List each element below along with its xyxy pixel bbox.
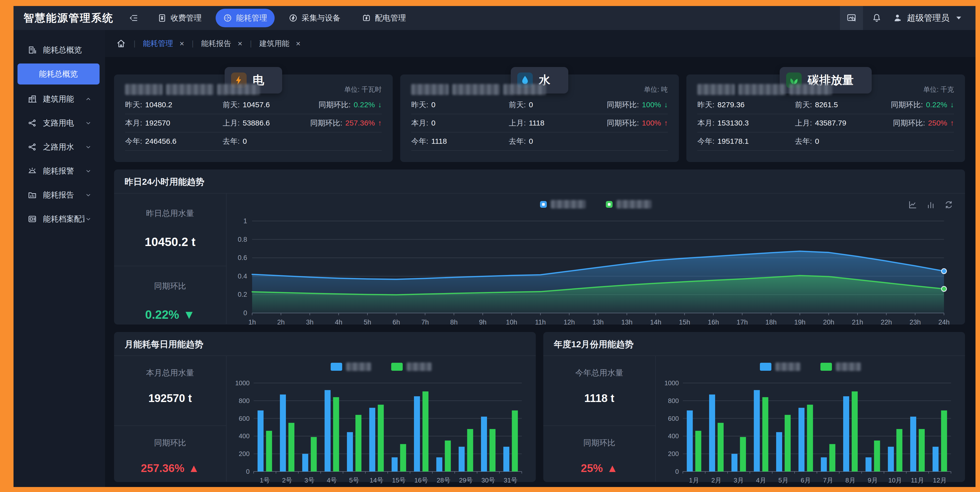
- tab-0[interactable]: 能耗管理×: [143, 38, 185, 49]
- sidebar-item-label: 支路用电: [43, 118, 84, 128]
- top-menu-item-3[interactable]: 配电管理: [355, 9, 414, 27]
- tab-close-icon[interactable]: ×: [238, 40, 242, 48]
- notifications-button[interactable]: [863, 6, 891, 30]
- card-cell-value: 1118: [431, 137, 447, 146]
- redacted-text-block: [452, 84, 500, 95]
- svg-text:7月: 7月: [823, 476, 833, 484]
- building-icon: [27, 94, 37, 104]
- top-menu-item-0[interactable]: 收费管理: [150, 9, 209, 27]
- legend-item-0[interactable]: [540, 200, 586, 208]
- bar-chart-icon[interactable]: [926, 200, 935, 209]
- svg-text:10h: 10h: [506, 319, 517, 326]
- gauge-icon: [223, 14, 232, 22]
- svg-text:1号: 1号: [259, 476, 270, 484]
- top-menu-item-label: 能耗管理: [236, 13, 267, 23]
- daily-stat-column: 本月总用水量 192570 t 同期环比 257.36%▲: [114, 356, 227, 481]
- report-icon: [27, 190, 37, 200]
- trend-arrow-icon: ▲: [607, 462, 618, 475]
- svg-text:13h: 13h: [621, 319, 633, 326]
- card-cell-label: 前天:: [795, 100, 812, 110]
- card-cell-value: 0: [815, 137, 819, 146]
- alarm-icon: [27, 166, 37, 176]
- tab-2[interactable]: 建筑用能×: [259, 38, 301, 49]
- sidebar-item-3[interactable]: 支路用电: [14, 111, 105, 135]
- card-unit-label: 单位: 千瓦时: [344, 85, 382, 94]
- card-cell-value: 43587.79: [815, 119, 846, 127]
- sidebar-item-4[interactable]: 之路用水: [14, 135, 105, 159]
- sidebar-item-label: 能耗报警: [43, 166, 84, 176]
- card-cell: 同期环比:250%↑: [882, 118, 954, 128]
- card-cell: 前天:0: [509, 100, 596, 110]
- app-window: 智慧能源管理系统 收费管理能耗管理采集与设备配电管理 超级管理员 能耗总概览能耗: [14, 6, 975, 487]
- sidebar-item-7[interactable]: 能耗档案配置: [14, 207, 105, 231]
- svg-text:28号: 28号: [437, 476, 450, 484]
- chevron-down-icon: [84, 119, 92, 127]
- sidebar-item-0[interactable]: 能耗总概览: [14, 38, 105, 62]
- monthly-bar-chart[interactable]: 020040060080010001月2月3月4月5月6月7月8月9月10月11…: [661, 379, 956, 486]
- archive-icon: [27, 214, 37, 224]
- legend-item-0[interactable]: [760, 362, 800, 371]
- card-cell-value: 192570: [145, 119, 170, 127]
- legend-swatch: [331, 363, 342, 371]
- sidebar-item-6[interactable]: 能耗报告: [14, 183, 105, 207]
- tab-close-icon[interactable]: ×: [296, 40, 301, 48]
- compare-arrow-icon: ↑: [378, 119, 382, 127]
- top-menu-item-label: 收费管理: [170, 13, 202, 23]
- card-cell: 去年:0: [223, 136, 310, 146]
- refresh-icon[interactable]: [944, 200, 953, 209]
- user-menu[interactable]: 超级管理员: [893, 12, 964, 24]
- stat-value: 1118 t: [584, 392, 614, 405]
- legend-item-1[interactable]: [391, 362, 432, 371]
- tab-1[interactable]: 能耗报告×: [201, 38, 242, 49]
- panel-title: 昨日24小时用能趋势: [114, 170, 965, 194]
- svg-text:5h: 5h: [364, 319, 371, 326]
- svg-text:1000: 1000: [235, 379, 250, 387]
- tab-separator: |: [192, 39, 194, 48]
- card-cell-value: 0: [243, 137, 247, 146]
- hourly-line-chart[interactable]: 00.20.40.60.811h2h3h4h5h6h7h8h9h10h11h12…: [234, 217, 955, 329]
- line-chart-icon[interactable]: [908, 200, 918, 209]
- home-icon[interactable]: [116, 38, 126, 49]
- top-menu-item-1[interactable]: 能耗管理: [216, 9, 275, 27]
- card-cell-value: 10457.6: [243, 100, 270, 109]
- legend-label-redacted: [836, 362, 861, 371]
- svg-text:23h: 23h: [910, 319, 921, 326]
- card-cell-label: 同期环比:: [607, 118, 639, 128]
- legend-item-1[interactable]: [606, 200, 652, 208]
- sidebar-item-2[interactable]: 建筑用能: [14, 87, 105, 111]
- daily-bar-chart[interactable]: 020040060080010001号2号3号4号5号14号15号16号28号2…: [232, 379, 527, 486]
- card-cell: 同期环比:0.22%↓: [310, 100, 382, 110]
- top-menu-item-2[interactable]: 采集与设备: [281, 9, 348, 27]
- stat-cards: 电单位: 千瓦时昨天:10480.2前天:10457.6同期环比:0.22%↓本…: [114, 75, 965, 162]
- top-menu: 收费管理能耗管理采集与设备配电管理: [150, 9, 414, 27]
- card-title-redacted: [125, 84, 259, 95]
- sidebar-item-label: 建筑用能: [43, 94, 84, 104]
- card-row-2: 今年:246456.6去年:0: [125, 132, 382, 151]
- card-cell: 今年:1118: [411, 136, 509, 146]
- overview-icon: [27, 45, 37, 55]
- stat-compare-label: 同期环比: [154, 281, 186, 292]
- card-cell: 今年:246456.6: [125, 136, 223, 146]
- card-cell-value: 10480.2: [145, 100, 172, 109]
- report-preview-button[interactable]: [840, 6, 863, 30]
- card-cell: 前天:8261.5: [795, 100, 882, 110]
- bell-icon: [872, 13, 882, 23]
- card-cell-value: 0.22%: [926, 100, 947, 109]
- card-row-1: 本月:192570上月:53886.6同期环比:257.36%↑: [125, 114, 382, 132]
- card-row-2: 今年:1118去年:0: [411, 132, 668, 151]
- svg-text:0: 0: [243, 309, 247, 317]
- redacted-text-block: [697, 84, 735, 95]
- legend-item-1[interactable]: [821, 362, 861, 371]
- sidebar-item-label: 能耗报告: [43, 190, 84, 200]
- sidebar-item-5[interactable]: 能耗报警: [14, 159, 105, 183]
- svg-text:0: 0: [675, 468, 679, 475]
- card-cell: 昨天:0: [411, 100, 509, 110]
- caret-down-icon: [954, 13, 964, 23]
- legend-item-0[interactable]: [331, 362, 371, 371]
- menu-collapse-icon[interactable]: [129, 13, 138, 23]
- chart-legend: [227, 362, 536, 371]
- chevron-down-icon: [84, 215, 92, 223]
- legend-swatch: [760, 363, 772, 371]
- sidebar-item-1[interactable]: 能耗总概览: [18, 63, 100, 84]
- tab-close-icon[interactable]: ×: [180, 40, 185, 48]
